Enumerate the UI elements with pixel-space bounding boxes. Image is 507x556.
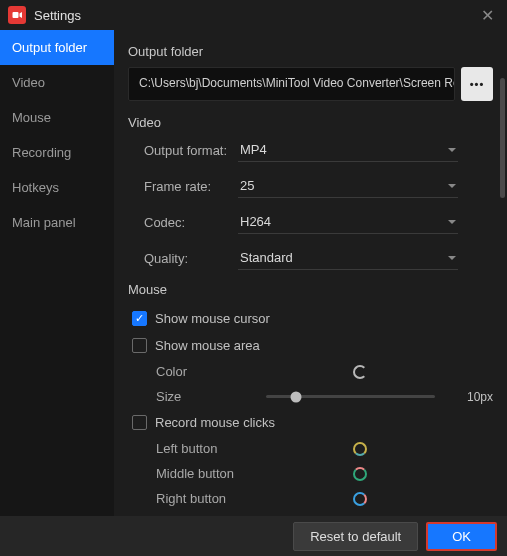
section-title-video: Video: [128, 115, 493, 130]
frame-rate-value: 25: [240, 178, 254, 193]
area-size-value: 10px: [453, 390, 493, 404]
record-clicks-label: Record mouse clicks: [155, 415, 275, 430]
area-color-label: Color: [156, 364, 266, 379]
chevron-down-icon: [448, 220, 456, 224]
sidebar-item-output-folder[interactable]: Output folder: [0, 30, 114, 65]
quality-dropdown[interactable]: Standard: [238, 246, 458, 270]
sidebar-item-hotkeys[interactable]: Hotkeys: [0, 170, 114, 205]
show-cursor-checkbox[interactable]: [132, 311, 147, 326]
ok-button[interactable]: OK: [426, 522, 497, 551]
middle-button-color[interactable]: [353, 467, 367, 481]
chevron-down-icon: [448, 148, 456, 152]
sidebar-item-video[interactable]: Video: [0, 65, 114, 100]
show-cursor-label: Show mouse cursor: [155, 311, 270, 326]
left-button-label: Left button: [156, 441, 266, 456]
titlebar: Settings ✕: [0, 0, 507, 30]
quality-value: Standard: [240, 250, 293, 265]
footer: Reset to default OK: [0, 516, 507, 556]
quality-label: Quality:: [128, 251, 238, 266]
app-icon: [8, 6, 26, 24]
close-icon[interactable]: ✕: [475, 3, 499, 27]
right-button-label: Right button: [156, 491, 266, 506]
codec-value: H264: [240, 214, 271, 229]
codec-label: Codec:: [128, 215, 238, 230]
browse-button[interactable]: •••: [461, 67, 493, 101]
frame-rate-label: Frame rate:: [128, 179, 238, 194]
codec-dropdown[interactable]: H264: [238, 210, 458, 234]
slider-thumb[interactable]: [291, 391, 302, 402]
sidebar-item-recording[interactable]: Recording: [0, 135, 114, 170]
record-clicks-checkbox[interactable]: [132, 415, 147, 430]
show-area-label: Show mouse area: [155, 338, 260, 353]
section-title-output-folder: Output folder: [128, 44, 493, 59]
area-color-swatch[interactable]: [353, 365, 367, 379]
svg-rect-0: [13, 12, 19, 18]
scrollbar[interactable]: [500, 78, 505, 198]
sidebar-item-main-panel[interactable]: Main panel: [0, 205, 114, 240]
left-button-color[interactable]: [353, 442, 367, 456]
output-format-value: MP4: [240, 142, 267, 157]
sidebar-item-mouse[interactable]: Mouse: [0, 100, 114, 135]
area-size-slider[interactable]: [266, 395, 435, 398]
ellipsis-icon: •••: [470, 78, 485, 90]
middle-button-label: Middle button: [156, 466, 266, 481]
settings-content: Output folder C:\Users\bj\Documents\Mini…: [114, 30, 507, 516]
frame-rate-dropdown[interactable]: 25: [238, 174, 458, 198]
output-format-label: Output format:: [128, 143, 238, 158]
show-area-checkbox[interactable]: [132, 338, 147, 353]
section-title-mouse: Mouse: [128, 282, 493, 297]
area-size-label: Size: [156, 389, 266, 404]
window-title: Settings: [34, 8, 81, 23]
right-button-color[interactable]: [353, 492, 367, 506]
chevron-down-icon: [448, 256, 456, 260]
output-format-dropdown[interactable]: MP4: [238, 138, 458, 162]
reset-button[interactable]: Reset to default: [293, 522, 418, 551]
output-folder-input[interactable]: C:\Users\bj\Documents\MiniTool Video Con…: [128, 67, 455, 101]
sidebar: Output folder Video Mouse Recording Hotk…: [0, 30, 114, 516]
chevron-down-icon: [448, 184, 456, 188]
